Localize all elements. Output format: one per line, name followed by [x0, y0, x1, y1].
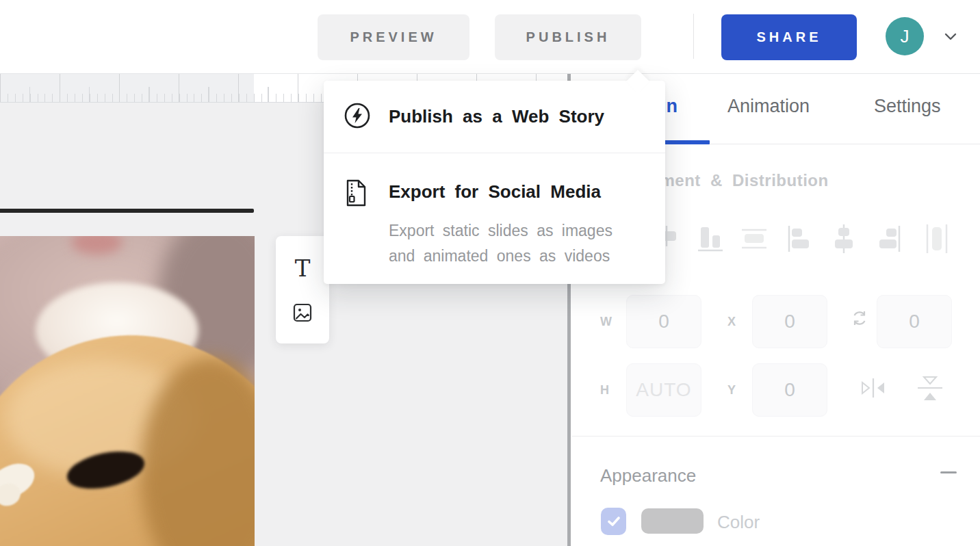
distribute-vertical-icon[interactable] — [739, 223, 769, 255]
menu-item-description-line1: Export static slides as images — [389, 218, 612, 244]
check-icon — [607, 515, 621, 528]
align-right-icon[interactable] — [873, 223, 903, 255]
canvas-tool-palette: T — [276, 236, 329, 343]
chevron-down-icon[interactable] — [940, 26, 961, 47]
tab-animation[interactable]: Animation — [727, 96, 810, 117]
x-input[interactable]: 0 — [752, 295, 827, 348]
width-label: W — [600, 315, 612, 329]
color-swatch[interactable] — [641, 508, 704, 534]
canvas-image-dog[interactable] — [0, 236, 255, 546]
text-tool-icon[interactable]: T — [295, 257, 311, 280]
tab-settings[interactable]: Settings — [874, 96, 941, 117]
publish-dropdown-menu: Publish as a Web Story Export for Social… — [324, 81, 665, 284]
color-checkbox[interactable] — [601, 508, 626, 535]
image-tool-icon[interactable] — [292, 302, 313, 323]
avatar[interactable]: J — [886, 17, 924, 55]
flip-horizontal-icon[interactable] — [858, 376, 888, 400]
flip-vertical-icon[interactable] — [914, 372, 946, 405]
preview-button[interactable]: PREVIEW — [318, 14, 469, 60]
canvas-divider-line-element[interactable] — [0, 209, 254, 213]
color-label: Color — [717, 512, 760, 533]
header-divider — [693, 14, 694, 59]
distribute-horizontal-icon[interactable] — [922, 223, 952, 255]
top-bar: PREVIEW PUBLISH SHARE J — [0, 0, 980, 74]
rotation-input[interactable]: 0 — [877, 295, 952, 348]
align-left-icon[interactable] — [784, 223, 814, 255]
width-input[interactable]: 0 — [626, 295, 701, 348]
menu-item-title: Publish as a Web Story — [389, 106, 604, 127]
y-input[interactable]: 0 — [752, 363, 827, 417]
menu-item-publish-web-story[interactable]: Publish as a Web Story — [324, 81, 665, 153]
align-bottom-icon[interactable] — [695, 223, 725, 255]
collapse-section-icon[interactable] — [940, 471, 957, 473]
publish-button[interactable]: PUBLISH — [495, 14, 641, 60]
menu-item-title: Export for Social Media — [389, 181, 601, 203]
appearance-title: Appearance — [600, 465, 696, 486]
app-window: T Design Animation Settings Alignment & … — [0, 0, 980, 546]
height-label: H — [600, 383, 609, 398]
panel-divider — [572, 436, 980, 437]
menu-item-export-social[interactable]: Export for Social Media Export static sl… — [324, 153, 665, 284]
menu-item-description-line2: and animated ones as videos — [389, 244, 610, 269]
lightning-circle-icon — [344, 102, 371, 129]
height-input[interactable]: AUTO — [626, 363, 701, 417]
rotate-icon — [851, 309, 868, 327]
align-center-horizontal-icon[interactable] — [829, 223, 859, 255]
share-button[interactable]: SHARE — [721, 14, 857, 60]
y-label: Y — [727, 383, 736, 398]
zip-file-icon — [344, 179, 368, 207]
x-label: X — [727, 315, 736, 329]
